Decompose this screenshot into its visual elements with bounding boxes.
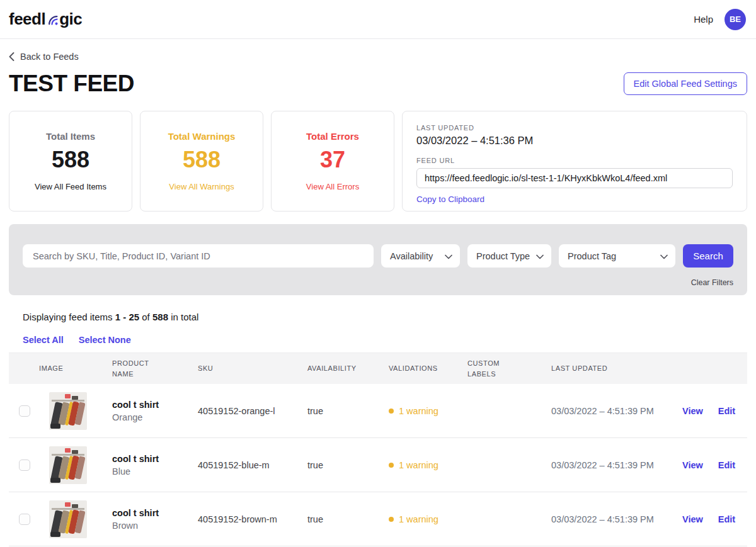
validations-cell[interactable]: 1 warning: [389, 406, 467, 416]
header-sku: SKU: [198, 363, 307, 374]
table-row: cool t shirt Orange 40519152-orange-l tr…: [9, 384, 747, 438]
product-tag-dropdown[interactable]: Product Tag: [559, 244, 675, 268]
product-name-cell: cool t shirt Orange: [112, 400, 198, 422]
view-link[interactable]: View: [682, 514, 703, 524]
sku-cell: 40519152-brown-m: [198, 514, 307, 524]
view-all-feed-items-link[interactable]: View All Feed Items: [35, 182, 106, 191]
search-button[interactable]: Search: [683, 244, 733, 268]
header-product-name: PRODUCT NAME: [112, 358, 198, 379]
view-link[interactable]: View: [682, 406, 703, 416]
filter-bar: Availability Product Type Product Tag Se…: [9, 224, 747, 295]
avatar[interactable]: BE: [724, 9, 746, 30]
logo-text-prefix: feedl: [9, 9, 45, 29]
table-header-row: IMAGE PRODUCT NAME SKU AVAILABILITY VALI…: [9, 352, 747, 384]
feed-items-table: IMAGE PRODUCT NAME SKU AVAILABILITY VALI…: [9, 352, 747, 546]
table-row: cool t shirt Brown 40519152-brown-m true…: [9, 492, 747, 546]
product-name-cell: cool t shirt Blue: [112, 454, 198, 477]
header-image: IMAGE: [39, 363, 112, 374]
row-checkbox[interactable]: [19, 514, 30, 525]
chevron-down-icon: [445, 251, 452, 261]
feed-info-card: LAST UPDATED 03/03/2022 – 4:51:36 PM FEE…: [402, 111, 747, 211]
total-warnings-label: Total Warnings: [168, 131, 236, 142]
product-name: cool t shirt: [112, 400, 192, 410]
availability-dropdown-label: Availability: [390, 251, 433, 261]
total-items-label: Total Items: [46, 131, 95, 142]
view-all-errors-link[interactable]: View All Errors: [306, 182, 359, 191]
feedlogic-logo[interactable]: feedl gic: [9, 9, 82, 29]
row-checkbox[interactable]: [19, 405, 30, 417]
product-variant: Blue: [112, 466, 192, 477]
last-updated-cell: 03/03/2022 – 4:51:39 PM: [551, 514, 671, 524]
results-total: 588: [152, 312, 168, 322]
last-updated-label: LAST UPDATED: [416, 124, 733, 132]
last-updated-value: 03/03/2022 – 4:51:36 PM: [416, 135, 733, 147]
row-actions: View Edit: [671, 460, 747, 470]
total-warnings-card: Total Warnings 588 View All Warnings: [140, 111, 263, 211]
back-to-feeds-link[interactable]: Back to Feeds: [9, 52, 79, 62]
product-type-dropdown[interactable]: Product Type: [467, 244, 551, 268]
clear-filters-link[interactable]: Clear Filters: [691, 278, 733, 287]
product-type-dropdown-label: Product Type: [476, 251, 530, 261]
warning-count: 1 warning: [399, 460, 438, 470]
total-errors-label: Total Errors: [306, 131, 359, 142]
header-validations: VALIDATIONS: [389, 363, 467, 374]
header-last-updated: LAST UPDATED: [551, 363, 671, 374]
product-name: cool t shirt: [112, 454, 192, 464]
select-all-link[interactable]: Select All: [23, 335, 64, 345]
availability-dropdown[interactable]: Availability: [381, 244, 460, 268]
select-none-link[interactable]: Select None: [79, 335, 131, 345]
chevron-left-icon: [9, 52, 14, 61]
product-image: [49, 446, 87, 484]
help-link[interactable]: Help: [694, 14, 713, 25]
edit-global-feed-settings-button[interactable]: Edit Global Feed Settings: [624, 72, 747, 95]
view-all-warnings-link[interactable]: View All Warnings: [169, 182, 234, 191]
row-checkbox[interactable]: [19, 460, 30, 471]
availability-cell: true: [307, 460, 389, 470]
product-variant: Brown: [112, 521, 192, 531]
header-availability: AVAILABILITY: [307, 363, 389, 374]
feed-url-label: FEED URL: [416, 157, 733, 164]
last-updated-cell: 03/03/2022 – 4:51:39 PM: [551, 406, 671, 416]
warning-dot-icon: [389, 517, 394, 522]
edit-link[interactable]: Edit: [718, 514, 735, 524]
breadcrumb-label: Back to Feeds: [20, 52, 79, 62]
chevron-down-icon: [660, 251, 668, 261]
validations-cell[interactable]: 1 warning: [389, 460, 467, 470]
last-updated-cell: 03/03/2022 – 4:51:39 PM: [551, 460, 671, 470]
topbar: feedl gic Help BE: [0, 0, 756, 39]
view-link[interactable]: View: [682, 460, 703, 470]
row-actions: View Edit: [671, 514, 747, 524]
row-actions: View Edit: [671, 406, 747, 416]
chevron-down-icon: [536, 251, 544, 261]
total-warnings-value: 588: [183, 147, 220, 173]
availability-cell: true: [307, 514, 389, 524]
feed-url-input[interactable]: [416, 168, 733, 188]
total-items-value: 588: [52, 147, 89, 173]
table-row: cool t shirt Blue 40519152-blue-m true 1…: [9, 438, 747, 492]
sku-cell: 40519152-blue-m: [198, 460, 307, 470]
warning-count: 1 warning: [399, 406, 438, 416]
validations-cell[interactable]: 1 warning: [389, 514, 467, 524]
product-variant: Orange: [112, 412, 192, 422]
edit-link[interactable]: Edit: [718, 406, 735, 416]
warning-count: 1 warning: [399, 514, 438, 524]
warning-dot-icon: [389, 463, 394, 468]
header-custom-labels: CUSTOM LABELS: [467, 358, 551, 379]
total-errors-card: Total Errors 37 View All Errors: [271, 111, 394, 211]
search-input[interactable]: [23, 244, 374, 268]
total-items-card: Total Items 588 View All Feed Items: [9, 111, 132, 211]
total-errors-value: 37: [320, 147, 345, 173]
copy-to-clipboard-link[interactable]: Copy to Clipboard: [416, 195, 484, 204]
product-image: [49, 500, 87, 538]
product-name-cell: cool t shirt Brown: [112, 508, 198, 531]
product-tag-dropdown-label: Product Tag: [568, 251, 616, 261]
results-summary: Displaying feed items 1 - 25 of 588 in t…: [23, 312, 747, 322]
results-range: 1 - 25: [115, 312, 139, 322]
warning-dot-icon: [389, 409, 394, 414]
product-image: [49, 392, 87, 430]
availability-cell: true: [307, 406, 389, 416]
sku-cell: 40519152-orange-l: [198, 406, 307, 416]
product-name: cool t shirt: [112, 508, 192, 518]
edit-link[interactable]: Edit: [718, 460, 735, 470]
logo-text-suffix: gic: [59, 9, 82, 29]
